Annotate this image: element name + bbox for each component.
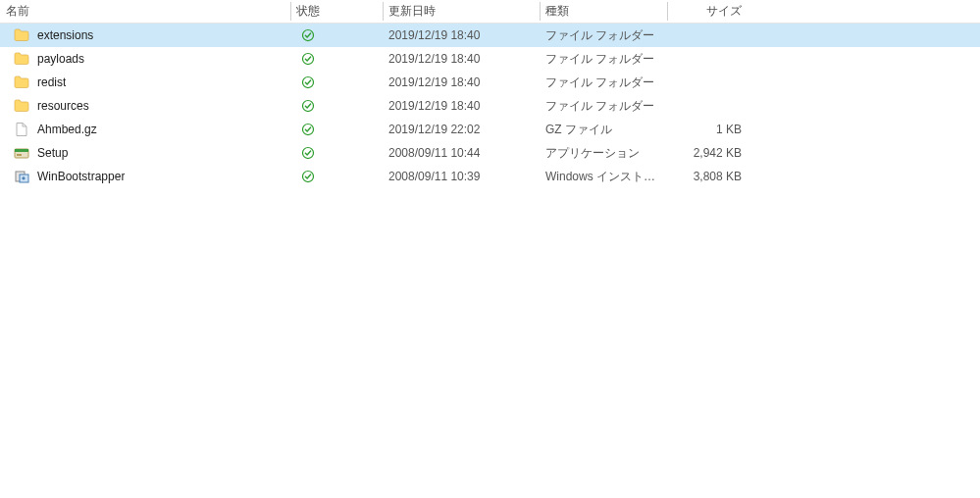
file-row[interactable]: resources2019/12/19 18:40ファイル フォルダー <box>0 94 980 118</box>
setup-icon <box>14 145 29 161</box>
cell-status <box>290 51 383 67</box>
file-icon <box>14 122 29 137</box>
synced-icon <box>300 98 316 114</box>
modified-date: 2008/09/11 10:39 <box>388 170 480 183</box>
folder-icon <box>14 27 29 43</box>
cell-status <box>290 122 383 137</box>
cell-name: extensions <box>0 27 290 43</box>
cell-type: Windows インスト… <box>540 169 667 185</box>
file-name: Ahmbed.gz <box>37 123 97 136</box>
synced-icon <box>300 145 316 161</box>
cell-status <box>290 98 383 114</box>
file-type: ファイル フォルダー <box>545 98 654 115</box>
file-name: payloads <box>37 52 84 66</box>
cell-date: 2019/12/19 18:40 <box>383 75 540 89</box>
cell-size: 1 KB <box>667 123 748 136</box>
cell-date: 2019/12/19 22:02 <box>383 123 540 136</box>
cell-date: 2019/12/19 18:40 <box>383 99 540 113</box>
synced-icon <box>300 122 316 137</box>
synced-icon <box>300 169 316 184</box>
cell-type: GZ ファイル <box>540 122 667 138</box>
file-row[interactable]: Ahmbed.gz2019/12/19 22:02GZ ファイル1 KB <box>0 118 980 141</box>
cell-date: 2008/09/11 10:44 <box>383 146 540 160</box>
synced-icon <box>300 27 316 43</box>
column-header-name-label: 名前 <box>6 3 29 20</box>
column-header-date-label: 更新日時 <box>388 3 436 20</box>
column-header-row: 名前 状態 更新日時 種類 サイズ <box>0 0 980 24</box>
file-row[interactable]: payloads2019/12/19 18:40ファイル フォルダー <box>0 47 980 71</box>
cell-status <box>290 145 383 161</box>
column-header-date[interactable]: 更新日時 <box>383 0 540 23</box>
file-size: 3,808 KB <box>694 170 742 183</box>
file-type: ファイル フォルダー <box>545 75 654 91</box>
file-name: resources <box>37 99 89 113</box>
cell-size: 2,942 KB <box>667 146 748 160</box>
column-header-type[interactable]: 種類 <box>540 0 667 23</box>
cell-type: ファイル フォルダー <box>540 75 667 91</box>
cell-date: 2019/12/19 18:40 <box>383 52 540 66</box>
synced-icon <box>300 75 316 90</box>
modified-date: 2019/12/19 18:40 <box>388 99 480 113</box>
installer-icon <box>14 169 29 184</box>
cell-size: 3,808 KB <box>667 170 748 183</box>
file-row[interactable]: extensions2019/12/19 18:40ファイル フォルダー <box>0 24 980 47</box>
file-type: Windows インスト… <box>545 169 655 185</box>
modified-date: 2008/09/11 10:44 <box>388 146 480 160</box>
file-name: redist <box>37 75 66 89</box>
cell-date: 2008/09/11 10:39 <box>383 170 540 183</box>
file-type: ファイル フォルダー <box>545 51 654 68</box>
folder-icon <box>14 75 29 90</box>
cell-type: ファイル フォルダー <box>540 98 667 115</box>
cell-status <box>290 27 383 43</box>
column-header-type-label: 種類 <box>545 3 569 20</box>
file-type: GZ ファイル <box>545 122 612 138</box>
file-name: extensions <box>37 28 93 42</box>
cell-date: 2019/12/19 18:40 <box>383 28 540 42</box>
cell-name: resources <box>0 98 290 114</box>
cell-status <box>290 169 383 184</box>
column-header-status[interactable]: 状態 <box>290 0 383 23</box>
modified-date: 2019/12/19 18:40 <box>388 52 480 66</box>
column-header-size[interactable]: サイズ <box>667 0 748 23</box>
cell-name: WinBootstrapper <box>0 169 290 184</box>
file-list: extensions2019/12/19 18:40ファイル フォルダーpayl… <box>0 24 980 188</box>
file-row[interactable]: redist2019/12/19 18:40ファイル フォルダー <box>0 71 980 94</box>
file-row[interactable]: WinBootstrapper2008/09/11 10:39Windows イ… <box>0 165 980 188</box>
file-row[interactable]: Setup2008/09/11 10:44アプリケーション2,942 KB <box>0 141 980 165</box>
column-header-name[interactable]: 名前 <box>0 0 290 23</box>
file-name: WinBootstrapper <box>37 170 125 183</box>
file-type: ファイル フォルダー <box>545 27 654 44</box>
file-size: 2,942 KB <box>694 146 742 160</box>
file-size: 1 KB <box>716 123 742 136</box>
cell-type: ファイル フォルダー <box>540 51 667 68</box>
synced-icon <box>300 51 316 67</box>
cell-name: redist <box>0 75 290 90</box>
modified-date: 2019/12/19 22:02 <box>388 123 480 136</box>
cell-type: ファイル フォルダー <box>540 27 667 44</box>
cell-type: アプリケーション <box>540 145 667 162</box>
folder-icon <box>14 98 29 114</box>
cell-name: Setup <box>0 145 290 161</box>
column-header-size-label: サイズ <box>706 3 742 20</box>
cell-name: Ahmbed.gz <box>0 122 290 137</box>
modified-date: 2019/12/19 18:40 <box>388 28 480 42</box>
cell-status <box>290 75 383 90</box>
cell-name: payloads <box>0 51 290 67</box>
column-header-status-label: 状態 <box>296 3 320 20</box>
folder-icon <box>14 51 29 67</box>
modified-date: 2019/12/19 18:40 <box>388 75 480 89</box>
file-type: アプリケーション <box>545 145 640 162</box>
file-name: Setup <box>37 146 68 160</box>
